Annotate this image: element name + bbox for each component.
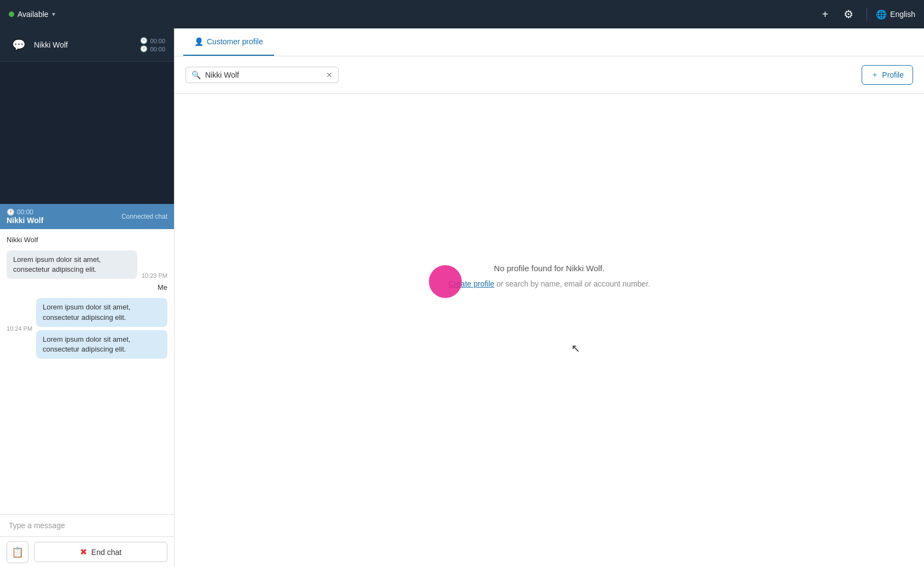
add-button[interactable]: + <box>817 6 833 23</box>
search-clear-icon[interactable]: ✕ <box>326 71 333 79</box>
tabs-bar: 👤 Customer profile <box>175 28 924 56</box>
no-profile-text: No profile found for Nikki Wolf. <box>494 264 605 273</box>
top-navigation: Available ▾ + ⚙ 🌐 English <box>0 0 924 28</box>
chevron-down-icon: ▾ <box>52 10 55 18</box>
cursor-indicator: ↖ <box>571 342 580 355</box>
incoming-bubble: Lorem ipsum dolor sit amet, consectetur … <box>7 250 137 279</box>
search-icon: 🔍 <box>191 71 201 79</box>
sidebar-dark-area <box>0 62 174 204</box>
plus-icon: ＋ <box>871 70 879 80</box>
language-selector[interactable]: 🌐 English <box>876 9 915 20</box>
message-input-area[interactable] <box>0 514 174 536</box>
user-icon: 👤 <box>194 37 204 46</box>
right-panel: 👤 Customer profile 🔍 ✕ ＋ Profile No prof… <box>174 28 924 567</box>
chat-bubble-icon: 💬 <box>12 38 26 51</box>
clock-icon-active: 🕐 <box>7 208 15 216</box>
outgoing-bubble-2: Lorem ipsum dolor sit amet, consectetur … <box>36 330 167 359</box>
tab-customer-profile[interactable]: 👤 Customer profile <box>183 28 274 56</box>
outgoing-time: 10:24 PM <box>7 325 32 332</box>
outgoing-message-group: 10:24 PM Lorem ipsum dolor sit amet, con… <box>7 298 167 359</box>
active-chat-time: 🕐 00:00 <box>7 208 43 216</box>
chat-time-1: 🕐 00:00 <box>140 37 165 44</box>
active-chat-name: Nikki Wolf <box>7 216 43 225</box>
end-chat-button[interactable]: ✖ End chat <box>34 542 167 562</box>
status-label: Available <box>18 10 49 19</box>
status-dot <box>9 11 14 17</box>
profile-search-input[interactable] <box>205 71 322 79</box>
chat-messages: Nikki Wolf Lorem ipsum dolor sit amet, c… <box>0 229 174 514</box>
end-chat-icon: ✖ <box>80 547 87 557</box>
profile-header-row: 🔍 ✕ ＋ Profile <box>175 56 924 94</box>
no-profile-sub-row: Create profile or search by name, email … <box>449 279 650 288</box>
sidebar: 💬 Nikki Wolf 🕐 00:00 🕐 00:00 <box>0 28 174 567</box>
chat-list-item[interactable]: 💬 Nikki Wolf 🕐 00:00 🕐 00:00 <box>0 28 174 62</box>
clock-icon-2: 🕐 <box>140 45 148 52</box>
message-input[interactable] <box>9 521 165 530</box>
incoming-message-row: Lorem ipsum dolor sit amet, consectetur … <box>7 250 167 279</box>
active-chat-header: 🕐 00:00 Nikki Wolf Connected chat <box>0 204 174 229</box>
chat-info: Nikki Wolf <box>34 40 135 49</box>
document-icon: 📋 <box>11 546 24 558</box>
action-icon-button[interactable]: 📋 <box>7 541 28 563</box>
chat-icon-wrap: 💬 <box>9 35 28 55</box>
connected-badge: Connected chat <box>121 213 167 220</box>
no-profile-sub-text: or search by name, email or account numb… <box>495 279 650 288</box>
add-profile-button[interactable]: ＋ Profile <box>862 65 913 85</box>
outgoing-bubble-1: Lorem ipsum dolor sit amet, consectetur … <box>36 298 167 326</box>
add-profile-label: Profile <box>882 71 904 79</box>
end-chat-bar: 📋 ✖ End chat <box>0 536 174 567</box>
no-profile-content: No profile found for Nikki Wolf. Create … <box>175 94 924 567</box>
end-chat-label: End chat <box>91 548 121 557</box>
message-sender-outgoing: Me <box>7 283 167 291</box>
chat-time-2: 🕐 00:00 <box>140 45 165 52</box>
tab-customer-profile-label: Customer profile <box>207 37 263 46</box>
settings-button[interactable]: ⚙ <box>839 5 858 23</box>
main-area: 💬 Nikki Wolf 🕐 00:00 🕐 00:00 <box>0 28 924 567</box>
pink-circle-decoration <box>429 265 462 298</box>
language-label: English <box>890 10 915 19</box>
search-box[interactable]: 🔍 ✕ <box>185 67 339 83</box>
message-sender-incoming: Nikki Wolf <box>7 236 167 244</box>
chat-contact-name: Nikki Wolf <box>34 40 135 49</box>
chat-times: 🕐 00:00 🕐 00:00 <box>140 37 165 52</box>
status-selector[interactable]: Available ▾ <box>9 10 55 19</box>
globe-icon: 🌐 <box>876 9 887 20</box>
incoming-time: 10:23 PM <box>142 272 167 279</box>
nav-divider <box>867 8 867 21</box>
clock-icon-1: 🕐 <box>140 37 148 44</box>
